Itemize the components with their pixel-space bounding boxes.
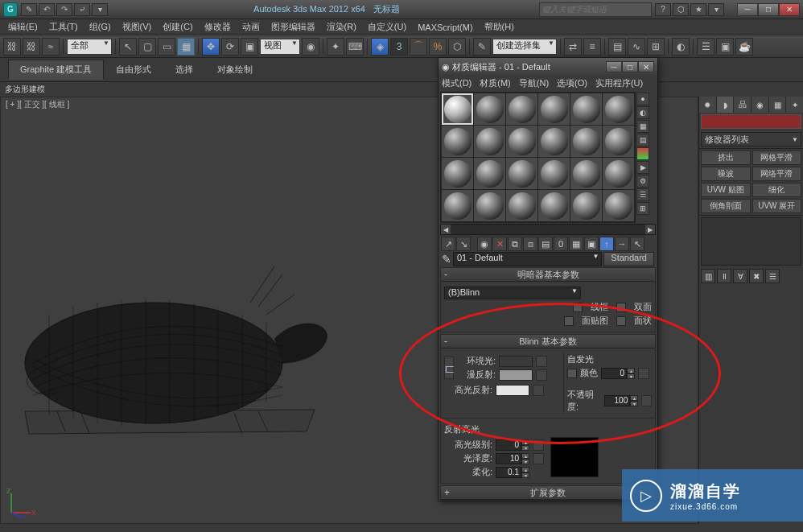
diffuse-map-button[interactable] [536,369,547,381]
maximize-button[interactable]: □ [758,3,779,16]
rollout-hdr-shader[interactable]: 明暗器基本参数 [441,268,655,282]
menu-modifiers[interactable]: 修改器 [200,19,236,35]
sample-slot-13[interactable] [442,158,473,189]
modbtn-meshsmooth2[interactable]: 网络平滑 [752,167,802,181]
menu-animation[interactable]: 动画 [237,19,265,35]
spinner-up-icon[interactable]: ▴ [627,368,635,373]
options-icon[interactable]: ⚙ [636,175,649,188]
cb-selfillum-color[interactable] [567,369,577,378]
ambient-map-button[interactable] [536,356,547,367]
menu-maxscript[interactable]: MAXScript(M) [413,21,477,34]
sample-slot-20[interactable] [474,190,505,221]
specular-color-swatch[interactable] [496,385,529,396]
menu-rendering[interactable]: 渲染(R) [322,19,361,35]
rect-select-icon[interactable]: ▭ [158,38,175,56]
put-to-scene-icon[interactable]: ↘ [456,237,471,251]
ambient-diffuse-lock-icon[interactable]: ⊏ [444,357,454,379]
put-library-icon[interactable]: ▤ [538,237,553,251]
ribbon-tab-selection[interactable]: 选择 [163,60,205,80]
viewport-label[interactable]: [ + ][ 正交 ][ 线框 ] [6,99,69,110]
sample-slot-11[interactable] [570,126,602,157]
sample-slot-19[interactable] [442,190,473,221]
sample-uv-icon[interactable]: ▤ [636,134,649,146]
sample-slot-17[interactable] [570,158,602,189]
modbtn-bevelprofile[interactable]: 倒角剖面 [701,199,751,213]
qat-redo-icon[interactable]: ▾ [92,3,108,16]
material-editor-titlebar[interactable]: ◉ 材质编辑器 - 01 - Default ─ □ ✕ [439,58,657,76]
sample-slot-3[interactable] [506,93,537,125]
mat-close-button[interactable]: ✕ [638,61,654,72]
matid-icon[interactable]: ⊞ [636,202,649,215]
sample-slot-14[interactable] [474,158,505,189]
matmenu-material[interactable]: 材质(M) [480,77,511,89]
mirror-icon[interactable]: ⇄ [564,38,582,56]
object-color-swatch[interactable] [701,114,801,129]
sample-slot-15[interactable] [506,158,537,189]
menu-create[interactable]: 创建(C) [158,19,197,35]
diffuse-color-swatch[interactable] [499,369,533,381]
spinner-up-icon[interactable]: ▴ [630,395,638,401]
tab-create-icon[interactable]: ✹ [699,97,716,113]
modbtn-noise[interactable]: 噪波 [701,167,751,181]
ribbon-tab-objectpaint[interactable]: 对象绘制 [205,60,265,80]
speclevel-spinner[interactable]: 0 [496,439,521,451]
help-dd-icon[interactable]: ▾ [708,3,724,16]
make-unique-icon[interactable]: ⧈ [523,237,537,251]
material-editor-icon[interactable]: ◐ [672,38,690,56]
spinner-down-icon[interactable]: ▾ [627,373,635,379]
rollout-hdr-blinn[interactable]: Blinn 基本参数 [441,335,655,348]
gloss-spinner[interactable]: 10 [496,453,521,464]
named-selset-dropdown[interactable]: 创建选择集 [492,39,557,55]
modbtn-uvwmap[interactable]: UVW 贴图 [701,183,751,197]
subscription-icon[interactable]: ⬡ [673,3,689,16]
help-icon[interactable]: ? [655,3,671,16]
sample-slot-18[interactable] [603,158,634,189]
matmenu-mode[interactable]: 模式(D) [442,77,472,89]
tab-utilities-icon[interactable]: ✦ [786,97,803,113]
tab-hierarchy-icon[interactable]: 品 [734,97,751,113]
keyboard-icon[interactable]: ⌨ [346,38,364,56]
menu-help[interactable]: 帮助(H) [480,19,519,35]
sample-hscrollbar[interactable]: ◀▶ [440,224,656,235]
sample-slot-16[interactable] [538,158,570,189]
menu-views[interactable]: 视图(V) [117,19,157,35]
menu-tools[interactable]: 工具(T) [44,19,83,35]
go-forward-icon[interactable]: → [615,237,629,251]
selfillum-map-button[interactable] [638,368,649,379]
qat-open-icon[interactable]: ↶ [39,3,55,16]
snap-toggle-icon[interactable]: 3 [390,38,408,56]
rotate-icon[interactable]: ⟳ [221,38,239,56]
matmenu-navigation[interactable]: 导航(N) [519,77,549,89]
selfillum-spinner[interactable]: 0 [601,368,627,379]
spinner-down-icon[interactable]: ▾ [521,459,529,464]
sample-slot-10[interactable] [538,126,570,157]
show-map-icon[interactable]: ▦ [569,237,583,251]
ambient-color-swatch[interactable] [499,356,533,367]
modifier-stack[interactable] [701,217,801,266]
qat-save-icon[interactable]: ↷ [56,3,72,16]
select-name-icon[interactable]: ▢ [138,38,156,56]
tab-modify-icon[interactable]: ◗ [717,97,734,113]
snap2d-icon[interactable]: ◈ [371,38,389,56]
close-button[interactable]: ✕ [779,3,800,16]
sample-slot-12[interactable] [603,126,634,157]
sample-slot-24[interactable] [603,190,634,221]
go-parent-icon[interactable]: ↑ [599,237,614,251]
menu-grapheditors[interactable]: 图形编辑器 [266,19,320,35]
render-icon[interactable]: ☕ [735,38,753,56]
gloss-map-button[interactable] [533,453,544,464]
sample-slot-23[interactable] [570,190,602,221]
shader-type-dropdown[interactable]: (B)Blinn [444,287,581,299]
schematic-icon[interactable]: ⊞ [647,38,665,56]
sample-slot-4[interactable] [538,93,570,125]
spinner-down-icon[interactable]: ▾ [521,472,529,478]
qat-undo-icon[interactable]: ⤶ [74,3,90,16]
mat-max-button[interactable]: □ [622,61,638,72]
select-by-mat-icon[interactable]: ☰ [636,188,649,201]
minimize-button[interactable]: ─ [737,3,758,16]
get-material-icon[interactable]: ↗ [441,237,455,251]
make-preview-icon[interactable]: ▶ [636,161,649,174]
sample-slot-8[interactable] [474,126,505,157]
modbtn-uvwunwrap[interactable]: UVW 展开 [752,199,802,213]
cb-faceted[interactable] [616,316,626,326]
